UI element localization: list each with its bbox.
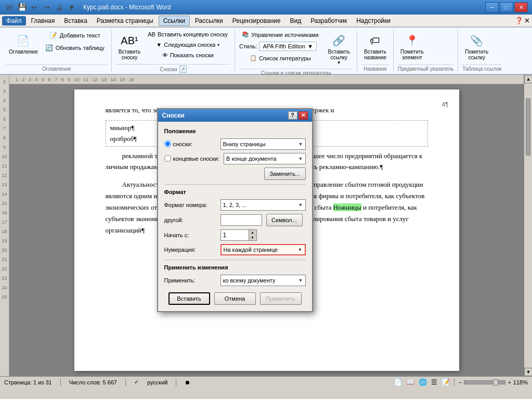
insert-button[interactable]: Вставить bbox=[168, 292, 210, 305]
menu-developer[interactable]: Разработчик bbox=[306, 16, 351, 25]
position-section-label: Положение bbox=[164, 128, 306, 134]
toc-items: 📄 Оглавление 📝 Добавить текст 🔄 Обновить… bbox=[6, 30, 107, 63]
style-label: Стиль: bbox=[239, 43, 257, 49]
cancel-button[interactable]: Отмена bbox=[214, 292, 256, 305]
ruler-mark-1: 2 bbox=[0, 77, 9, 86]
footnotes-position-select[interactable]: Внизу страницы ▼ bbox=[220, 138, 306, 150]
scroll-up-button[interactable]: ▲ bbox=[524, 75, 532, 83]
menu-insert[interactable]: Вставка bbox=[60, 16, 92, 25]
ruler-mark-9: 10 bbox=[0, 152, 9, 161]
captions-items: 🏷 Вставитьназвание bbox=[361, 30, 389, 63]
mark-citation-button[interactable]: 📎 Пометитьссылку bbox=[462, 30, 491, 63]
footnotes-radio[interactable] bbox=[164, 140, 171, 147]
view-outline[interactable]: ☰ bbox=[431, 378, 437, 386]
footnotes-label: Сноски bbox=[160, 67, 177, 72]
ribbon-group-footnotes: AB¹ Вставитьсноску AB Вставить концевую … bbox=[114, 30, 235, 72]
vertical-ruler: 2 3 4 5 6 7 8 9 10 11 12 13 14 15 16 17 … bbox=[0, 75, 9, 376]
table-authorities-group-label: Таблица ссылок bbox=[462, 65, 501, 72]
close-button[interactable]: ✕ bbox=[514, 2, 528, 12]
record-icon[interactable]: ⏺ bbox=[185, 379, 190, 385]
apply-select[interactable]: ко всему документу ▼ bbox=[220, 275, 306, 286]
numbering-select[interactable]: На каждой странице ▼ bbox=[220, 244, 306, 255]
menu-file[interactable]: Файл bbox=[2, 16, 26, 25]
bibliography-icon: 📋 bbox=[250, 55, 257, 61]
scroll-thumb[interactable] bbox=[526, 98, 530, 155]
bibliography-button[interactable]: 📋 Список литературы bbox=[239, 53, 321, 63]
apply-row: Применить: ко всему документу ▼ bbox=[164, 275, 306, 286]
show-footnotes-icon: 👁 bbox=[162, 52, 168, 58]
spinner-up[interactable]: ▲ bbox=[249, 230, 256, 235]
spell-check-icon[interactable]: ✓ bbox=[134, 379, 139, 385]
manage-sources-icon: 📚 bbox=[242, 31, 249, 38]
options-btn[interactable]: ▼ bbox=[67, 2, 77, 12]
spinner-down[interactable]: ▼ bbox=[249, 235, 256, 240]
apply-button[interactable]: Применить bbox=[260, 292, 302, 305]
dialog-title-bar: Сноски ? ✕ bbox=[158, 109, 312, 122]
apply-changes-label: Применить изменения bbox=[164, 264, 306, 271]
dialog-close-button[interactable]: ✕ bbox=[299, 111, 308, 120]
symbol-button[interactable]: Символ... bbox=[266, 214, 303, 226]
scroll-down-button[interactable]: ▼ bbox=[524, 368, 532, 376]
print-btn[interactable]: 🖨 bbox=[54, 2, 64, 12]
mark-entry-button[interactable]: 📍 Пометитьэлемент bbox=[398, 30, 426, 63]
zoom-thumb[interactable] bbox=[493, 379, 498, 385]
menu-mailings[interactable]: Рассылки bbox=[191, 16, 227, 25]
status-sep-3 bbox=[176, 379, 176, 386]
ribbon: 📄 Оглавление 📝 Добавить текст 🔄 Обновить… bbox=[0, 27, 532, 75]
help-icon[interactable]: ❓ bbox=[515, 17, 523, 24]
custom-mark-input[interactable] bbox=[220, 214, 262, 226]
undo-btn[interactable]: ↩ bbox=[29, 2, 40, 12]
vertical-scrollbar[interactable]: ▲ ▼ bbox=[524, 75, 532, 376]
mark-citation-icon: 📎 bbox=[469, 32, 485, 49]
menu-view[interactable]: Вид bbox=[286, 16, 305, 25]
start-at-spinner[interactable]: 1 ▲ ▼ bbox=[220, 229, 257, 241]
view-web[interactable]: 🌐 bbox=[419, 378, 427, 386]
insert-footnote-button[interactable]: AB¹ Вставитьсноску bbox=[116, 30, 143, 63]
menu-review[interactable]: Рецензирование bbox=[228, 16, 285, 25]
manage-sources-button[interactable]: 📚 Управление источниками bbox=[239, 30, 321, 40]
next-footnote-button[interactable]: ▼ Следующая сноска ▾ bbox=[145, 40, 230, 49]
view-draft[interactable]: 📝 bbox=[442, 378, 450, 386]
zoom-out-button[interactable]: − bbox=[459, 379, 462, 385]
ruler-mark-24: 25 bbox=[0, 292, 9, 302]
dialog-title-controls: ? ✕ bbox=[288, 111, 308, 120]
number-format-select[interactable]: 1, 2, 3, ... ▼ bbox=[220, 199, 306, 211]
minimize-button[interactable]: ─ bbox=[485, 2, 499, 12]
insert-endnote-button[interactable]: AB Вставить концевую сноску bbox=[145, 30, 230, 39]
style-select[interactable]: APA Fifth Edition ▼ bbox=[259, 42, 317, 51]
menu-references[interactable]: Ссылки bbox=[159, 16, 190, 26]
update-table-button[interactable]: 🔄 Обновить таблицу bbox=[43, 42, 107, 54]
zoom-slider[interactable] bbox=[464, 380, 505, 384]
insert-caption-button[interactable]: 🏷 Вставитьназвание bbox=[361, 30, 389, 63]
footnotes-position-value: Внизу страницы bbox=[223, 141, 266, 147]
footnotes-group-label: Сноски ↗ bbox=[116, 64, 230, 73]
menu-home[interactable]: Главная bbox=[27, 16, 59, 25]
save-btn[interactable]: 💾 bbox=[17, 2, 27, 12]
restore-button[interactable]: □ bbox=[500, 2, 513, 12]
start-at-value: 1 bbox=[223, 231, 227, 239]
view-print[interactable]: 📄 bbox=[394, 378, 402, 386]
add-text-button[interactable]: 📝 Добавить текст bbox=[43, 30, 107, 41]
redo-btn[interactable]: ↪ bbox=[42, 2, 52, 12]
close-word-icon[interactable]: ✕ bbox=[524, 17, 530, 24]
numbering-value: На каждой странице bbox=[224, 247, 278, 253]
ruler-mark-13: 14 bbox=[0, 189, 9, 199]
replace-button[interactable]: Заменить... bbox=[264, 168, 306, 180]
footnotes-radio-text: сноски: bbox=[173, 141, 192, 147]
dialog-help-button[interactable]: ? bbox=[288, 111, 297, 120]
endnotes-position-select[interactable]: В конце документа ▼ bbox=[224, 153, 305, 164]
ruler-mark-23: 24 bbox=[0, 283, 9, 292]
endnotes-position-value: В конце документа bbox=[226, 156, 277, 162]
insert-citation-button[interactable]: 🔗 Вставитьссылку ▼ bbox=[326, 30, 353, 68]
numbering-label: Нумерация: bbox=[164, 247, 216, 253]
zoom-in-button[interactable]: + bbox=[508, 379, 511, 385]
insert-caption-label: Вставитьназвание bbox=[364, 49, 386, 60]
menu-addins[interactable]: Надстройки bbox=[352, 16, 395, 25]
show-footnotes-button[interactable]: 👁 Показать сноски bbox=[145, 50, 230, 60]
endnotes-radio[interactable] bbox=[164, 155, 171, 162]
toc-button[interactable]: 📄 Оглавление bbox=[6, 30, 41, 57]
menu-page-layout[interactable]: Разметка страницы bbox=[93, 16, 158, 25]
view-full-read[interactable]: 📖 bbox=[406, 378, 414, 386]
mark-entry-icon: 📍 bbox=[404, 32, 420, 49]
footnotes-expand[interactable]: ↗ bbox=[179, 66, 187, 73]
